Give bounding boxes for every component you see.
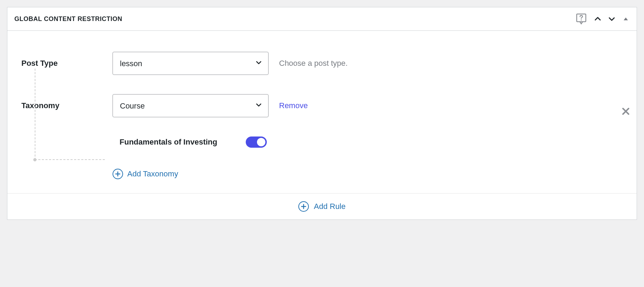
panel-header: GLOBAL CONTENT RESTRICTION bbox=[7, 7, 637, 31]
add-taxonomy-label: Add Taxonomy bbox=[127, 169, 178, 178]
post-type-hint: Choose a post type. bbox=[279, 59, 348, 68]
plus-circle-icon bbox=[113, 169, 123, 179]
post-type-label: Post Type bbox=[21, 59, 113, 68]
tree-connector-horizontal bbox=[35, 159, 105, 160]
taxonomy-term-label: Fundamentals of Investing bbox=[120, 138, 246, 147]
add-taxonomy-button[interactable]: Add Taxonomy bbox=[113, 169, 623, 179]
toggle-knob bbox=[257, 138, 265, 146]
plus-circle-icon bbox=[298, 201, 309, 212]
taxonomy-row: Taxonomy Course Remove bbox=[21, 94, 623, 117]
panel-title: GLOBAL CONTENT RESTRICTION bbox=[14, 15, 122, 23]
chevron-down-icon[interactable] bbox=[608, 15, 616, 23]
panel-controls bbox=[575, 13, 630, 25]
post-type-select[interactable]: lesson bbox=[113, 52, 269, 75]
post-type-row: Post Type lesson Choose a post type. bbox=[21, 52, 623, 75]
panel-footer: Add Rule bbox=[7, 193, 637, 219]
chevron-up-icon[interactable] bbox=[594, 15, 602, 23]
add-rule-label: Add Rule bbox=[314, 202, 346, 211]
taxonomy-select[interactable]: Course bbox=[113, 94, 269, 117]
taxonomy-term-toggle[interactable] bbox=[246, 136, 267, 148]
collapse-toggle-icon[interactable] bbox=[622, 15, 630, 23]
help-icon[interactable] bbox=[575, 13, 588, 25]
taxonomy-term-row: Fundamentals of Investing bbox=[113, 136, 623, 148]
remove-rule-button[interactable] bbox=[622, 106, 630, 118]
tree-connector-vertical bbox=[35, 69, 35, 160]
tree-connector-dot bbox=[33, 158, 36, 161]
global-content-restriction-panel: GLOBAL CONTENT RESTRICTION bbox=[7, 7, 637, 220]
taxonomy-select-wrap: Course bbox=[113, 94, 269, 117]
post-type-select-wrap: lesson bbox=[113, 52, 269, 75]
remove-taxonomy-link[interactable]: Remove bbox=[279, 101, 308, 110]
add-rule-button[interactable]: Add Rule bbox=[298, 201, 346, 212]
panel-body: Post Type lesson Choose a post type. Tax… bbox=[7, 31, 637, 193]
svg-point-1 bbox=[581, 20, 582, 21]
